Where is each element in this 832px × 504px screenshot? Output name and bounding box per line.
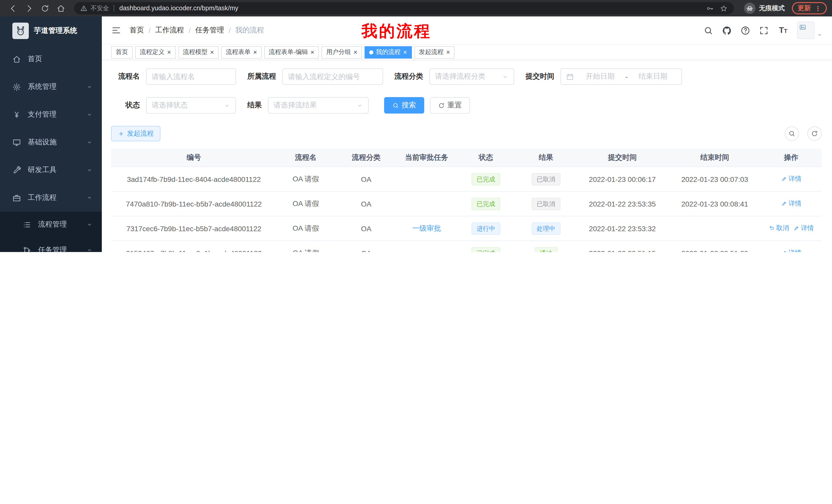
incognito-label: 无痕模式 (759, 4, 785, 12)
filter-form: 流程名 所属流程 流程分类 请选择流程分类 (111, 68, 822, 114)
close-icon[interactable]: × (311, 49, 314, 55)
refresh-table-button[interactable] (807, 127, 822, 141)
browser-menu-icon[interactable]: ⋮ (814, 5, 821, 11)
update-label: 更新 (798, 4, 811, 13)
tab-process-form[interactable]: 流程表单× (221, 46, 261, 58)
monitor-icon (12, 138, 21, 147)
search-icon[interactable] (703, 25, 713, 35)
cell-process-name: OA 请假 (277, 224, 335, 233)
process-name-input[interactable] (146, 68, 236, 85)
tab-process-form-edit[interactable]: 流程表单-编辑× (264, 46, 319, 58)
close-icon[interactable]: × (253, 49, 257, 55)
process-table: 编号流程名流程分类当前审批任务状态结果提交时间结束时间操作 3ad174fb-7… (111, 148, 822, 252)
cancel-link[interactable]: 取消 (769, 224, 789, 233)
question-icon[interactable] (740, 25, 750, 35)
range-separator: - (625, 73, 628, 81)
tab-process-definition[interactable]: 流程定义× (135, 46, 176, 58)
tab-process-model[interactable]: 流程模型× (178, 46, 218, 58)
status-tag: 已取消 (531, 198, 560, 210)
detail-link[interactable]: 详情 (781, 175, 801, 184)
star-icon[interactable] (720, 4, 728, 12)
forward-icon[interactable] (25, 4, 33, 12)
detail-link[interactable]: 详情 (781, 249, 801, 252)
tab-user-group[interactable]: 用户分组× (322, 46, 362, 58)
breadcrumb-item[interactable]: 工作流程 (155, 26, 184, 35)
sidebar-item-task-mgmt[interactable]: 任务管理 (0, 237, 102, 252)
breadcrumb-separator: / (189, 26, 191, 34)
close-icon[interactable]: × (403, 49, 407, 55)
column-header-end-time: 结束时间 (669, 153, 761, 162)
filter-label-category: 流程分类 (394, 72, 430, 81)
chevron-down-icon (224, 102, 230, 109)
security-label: 不安全 (90, 4, 109, 12)
address-bar[interactable]: 不安全 dashboard.yudao.iocoder.cn/bpm/task/… (74, 2, 734, 15)
close-icon[interactable]: × (210, 49, 214, 55)
cell-status: 已完成 (456, 247, 516, 252)
detail-link[interactable]: 详情 (781, 199, 801, 208)
sidebar-item-process-mgmt[interactable]: 流程管理 (0, 212, 102, 237)
column-header-actions: 操作 (760, 153, 822, 162)
tab-start-process[interactable]: 发起流程× (414, 46, 454, 58)
category-select[interactable]: 请选择流程分类 (430, 68, 514, 85)
home-icon[interactable] (57, 4, 65, 12)
sidebar-item-home[interactable]: 首页 (0, 45, 102, 73)
detail-link[interactable]: 详情 (793, 224, 814, 233)
sidebar-item-payment[interactable]: 支付管理 (0, 101, 102, 129)
filter-label-result: 结果 (247, 101, 268, 110)
status-select[interactable]: 请选择状态 (146, 97, 236, 114)
close-icon[interactable]: × (167, 49, 171, 55)
tab-home[interactable]: 首页 (111, 46, 133, 58)
table-row: 7470a810-7b9b-11ec-b5b7-acde48001122OA 请… (111, 192, 822, 216)
annotation-my-process: 我的流程 (362, 21, 432, 42)
start-date-placeholder: 开始日期 (577, 72, 623, 81)
update-button[interactable]: 更新 ⋮ (792, 2, 827, 15)
font-size-icon[interactable]: TT (778, 25, 787, 35)
calendar-icon (566, 73, 574, 80)
search-icon (788, 130, 796, 137)
cell-submit-time: 2022-01-23 00:06:17 (576, 175, 669, 183)
chevron-up-icon (86, 247, 93, 252)
close-icon[interactable]: × (446, 49, 450, 55)
sidebar-item-infra[interactable]: 基础设施 (0, 129, 102, 156)
filter-label-process-name: 流程名 (111, 72, 146, 81)
table-row: 3ad174fb-7b9d-11ec-8404-acde48001122OA 请… (111, 167, 822, 192)
fullscreen-icon[interactable] (759, 25, 769, 35)
breadcrumb-item[interactable]: 任务管理 (196, 26, 224, 35)
hamburger-icon[interactable] (111, 25, 121, 35)
tab-my-process[interactable]: 我的流程× (365, 46, 412, 58)
sidebar-item-system[interactable]: 系统管理 (0, 73, 102, 101)
back-icon[interactable] (9, 4, 18, 12)
close-icon[interactable]: × (354, 49, 357, 55)
gear-icon (12, 82, 21, 91)
column-header-status: 状态 (456, 153, 516, 162)
reload-icon[interactable] (41, 4, 49, 12)
status-tag: 通过 (535, 247, 557, 252)
toggle-search-button[interactable] (785, 127, 799, 141)
reset-button[interactable]: 重置 (430, 97, 470, 114)
sidebar-menu: 首页系统管理支付管理基础设施研发工具工作流程流程管理任务管理我的流程待办任务已办… (0, 45, 102, 252)
search-button[interactable]: 搜索 (384, 97, 424, 114)
breadcrumb-item[interactable]: 首页 (130, 26, 144, 35)
column-header-result: 结果 (516, 153, 576, 162)
avatar-menu[interactable] (797, 22, 823, 39)
avatar[interactable] (797, 22, 814, 39)
incognito-icon (744, 3, 755, 14)
result-select[interactable]: 请选择流结果 (268, 97, 369, 114)
key-icon[interactable] (706, 4, 714, 12)
submit-time-range-picker[interactable]: 开始日期 - 结束日期 (561, 68, 682, 85)
cell-current-task: 一级审批 (397, 224, 456, 233)
sidebar-item-workflow[interactable]: 工作流程 (0, 184, 102, 212)
end-date-placeholder: 结束日期 (630, 72, 676, 81)
cell-category: OA (335, 249, 397, 252)
github-icon[interactable] (722, 25, 732, 35)
create-process-button[interactable]: 发起流程 (111, 126, 160, 141)
cell-end-time: 2022-01-22 23:51:20 (669, 249, 761, 252)
status-tag: 处理中 (531, 222, 560, 234)
process-definition-input[interactable] (282, 68, 383, 85)
cell-actions: 详情 (760, 249, 822, 252)
table-row: 2152467e-7b9b-11ec-9a1b-acde48001122OA 请… (111, 241, 822, 252)
column-header-current-task: 当前审批任务 (397, 153, 456, 162)
table-header: 编号流程名流程分类当前审批任务状态结果提交时间结束时间操作 (111, 148, 822, 167)
task-link[interactable]: 一级审批 (412, 224, 441, 232)
sidebar-item-devtools[interactable]: 研发工具 (0, 156, 102, 184)
